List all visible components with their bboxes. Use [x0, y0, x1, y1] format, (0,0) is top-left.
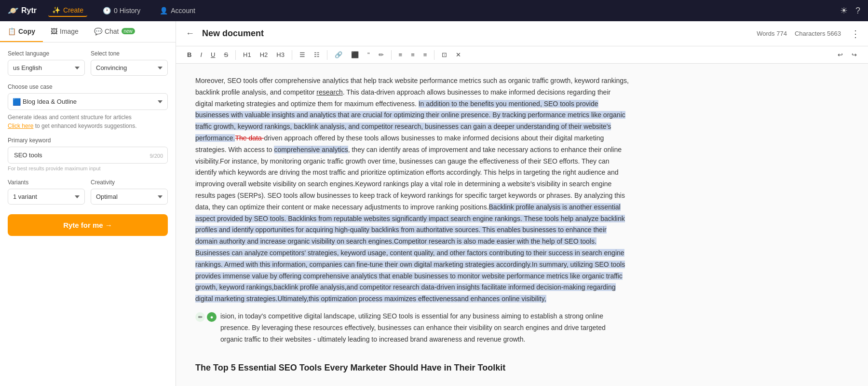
chat-badge: new	[122, 28, 135, 34]
chars-stat: Characters 5663	[795, 30, 841, 37]
bullet-list-button[interactable]: ☰	[296, 49, 309, 60]
use-case-link[interactable]: Click here	[8, 123, 33, 129]
keyword-label: Primary keyword	[8, 137, 168, 144]
keyword-hint-text: For best results provide maximum input	[8, 165, 101, 171]
keyword-hint: For best results provide maximum input	[8, 165, 168, 171]
use-case-link-line: Click here to get enhanced keywords sugg…	[8, 123, 168, 129]
nav-account-label: Account	[171, 7, 195, 14]
toolbar-sep-1	[235, 50, 236, 60]
sidebar: 📋 Copy 🖼 Image 💬 Chat new Select languag…	[0, 21, 176, 386]
image-insert-button[interactable]: ⬛	[348, 49, 362, 60]
variants-group: Variants 1 variant	[8, 179, 85, 205]
creativity-group: Creativity Optimal	[91, 179, 168, 205]
keyword-count: 9/200	[149, 153, 163, 159]
highlight-button[interactable]: ✏	[375, 49, 387, 60]
use-case-group: Choose use case 🟦 Blog Idea & Outline Ge…	[8, 83, 168, 129]
nav-history-label: 0 History	[114, 7, 140, 14]
creativity-select[interactable]: Optimal	[91, 189, 168, 205]
align-center-button[interactable]: ≡	[407, 49, 418, 60]
toolbar-sep-2	[292, 50, 292, 60]
editor-content[interactable]: Moreover, SEO tools offer comprehensive …	[176, 64, 868, 386]
ai-pencil-icon: ✏	[195, 312, 205, 322]
sub-nav: 📋 Copy 🖼 Image 💬 Chat new	[0, 21, 176, 42]
nav-create-label: Create	[63, 6, 83, 14]
sub-nav-copy[interactable]: 📋 Copy	[0, 21, 43, 42]
sidebar-content: Select language us English Select tone C…	[0, 42, 176, 386]
sub-nav-image[interactable]: 🖼 Image	[43, 21, 86, 42]
chat-label: Chat	[105, 28, 119, 35]
align-left-button[interactable]: ≡	[395, 49, 406, 60]
keyword-group: Primary keyword 9/200 For best results p…	[8, 137, 168, 171]
quote-button[interactable]: "	[364, 49, 373, 60]
chat-icon: 💬	[94, 28, 102, 35]
toolbar-sep-3	[327, 50, 327, 60]
tone-select[interactable]: Convincing	[91, 60, 168, 76]
variants-creativity-row: Variants 1 variant Creativity Optimal	[8, 179, 168, 205]
create-icon: ✨	[52, 6, 60, 14]
theme-icon[interactable]: ☀	[840, 5, 848, 16]
tone-label: Select tone	[91, 50, 168, 57]
ryte-button[interactable]: Ryte for me →	[8, 214, 168, 236]
header-stats: Words 774 Characters 5663	[757, 30, 841, 37]
nav-item-history[interactable]: 🕐 0 History	[99, 5, 144, 16]
image-icon: 🖼	[51, 28, 57, 35]
ai-suggestion-row: ✏ ● ision, in today's competitive digita…	[195, 311, 629, 351]
image-label: Image	[60, 28, 79, 35]
h3-button[interactable]: H3	[273, 49, 288, 60]
use-case-select[interactable]: Blog Idea & Outline	[8, 93, 168, 110]
variants-select[interactable]: 1 variant	[8, 189, 85, 205]
ryte-button-label: Ryte for me →	[63, 221, 112, 229]
link-button[interactable]: 🔗	[331, 49, 346, 60]
toolbar-sep-4	[391, 50, 392, 60]
nav-item-account[interactable]: 👤 Account	[156, 5, 199, 16]
block-button[interactable]: ⊡	[438, 49, 450, 60]
h1-button[interactable]: H1	[240, 49, 255, 60]
redo-button[interactable]: ↪	[848, 49, 860, 60]
italic-button[interactable]: I	[197, 49, 205, 60]
brand: 🪐 Rytr	[8, 5, 37, 16]
back-button[interactable]: ←	[184, 27, 196, 41]
clear-format-button[interactable]: ✕	[452, 49, 464, 60]
strikethrough-button[interactable]: S	[220, 49, 231, 60]
use-case-label: Choose use case	[8, 83, 168, 90]
editor-header: ← New document Words 774 Characters 5663…	[176, 21, 868, 46]
account-icon: 👤	[160, 7, 168, 14]
history-icon: 🕐	[103, 7, 111, 14]
align-right-button[interactable]: ≡	[420, 49, 431, 60]
use-case-wrapper: 🟦 Blog Idea & Outline	[8, 93, 168, 110]
use-case-desc: Generate ideas and content structure for…	[8, 114, 168, 121]
words-stat: Words 774	[757, 30, 787, 37]
editor-text: Moreover, SEO tools offer comprehensive …	[195, 75, 629, 375]
sub-nav-chat[interactable]: 💬 Chat new	[86, 21, 143, 42]
help-icon[interactable]: ?	[855, 6, 860, 16]
keyword-input[interactable]	[8, 147, 168, 164]
section-heading: The Top 5 Essential SEO Tools Every Mark…	[195, 360, 629, 375]
copy-label: Copy	[18, 28, 35, 35]
nav-right: ☀ ?	[840, 5, 860, 16]
more-options-button[interactable]: ⋮	[851, 28, 860, 40]
language-group: Select language us English	[8, 50, 85, 76]
h2-button[interactable]: H2	[257, 49, 271, 60]
tone-group: Select tone Convincing	[91, 50, 168, 76]
creativity-label: Creativity	[91, 179, 168, 186]
language-select[interactable]: us English	[8, 60, 85, 76]
editor-area: ← New document Words 774 Characters 5663…	[176, 21, 868, 386]
brand-name: Rytr	[21, 6, 37, 15]
main-layout: 📋 Copy 🖼 Image 💬 Chat new Select languag…	[0, 21, 868, 386]
variants-label: Variants	[8, 179, 85, 186]
undo-button[interactable]: ↩	[834, 49, 846, 60]
ai-circle-icon: ●	[207, 312, 217, 322]
use-case-link-suffix: to get enhanced keywords suggestions.	[35, 123, 137, 129]
language-tone-row: Select language us English Select tone C…	[8, 50, 168, 76]
toolbar: B I U S H1 H2 H3 ☰ ☷ 🔗 ⬛ " ✏ ≡ ≡ ≡ ⊡ ✕ ↩…	[176, 46, 868, 64]
copy-icon: 📋	[8, 28, 16, 35]
language-label: Select language	[8, 50, 85, 57]
ordered-list-button[interactable]: ☷	[311, 49, 323, 60]
top-nav: 🪐 Rytr ✨ Create 🕐 0 History 👤 Account ☀ …	[0, 0, 868, 21]
bold-button[interactable]: B	[184, 49, 195, 60]
doc-title: New document	[202, 28, 264, 39]
underline-button[interactable]: U	[207, 49, 218, 60]
ai-icons: ✏ ●	[195, 312, 217, 322]
nav-item-create[interactable]: ✨ Create	[48, 4, 87, 17]
paragraph-1: Moreover, SEO tools offer comprehensive …	[195, 75, 629, 305]
